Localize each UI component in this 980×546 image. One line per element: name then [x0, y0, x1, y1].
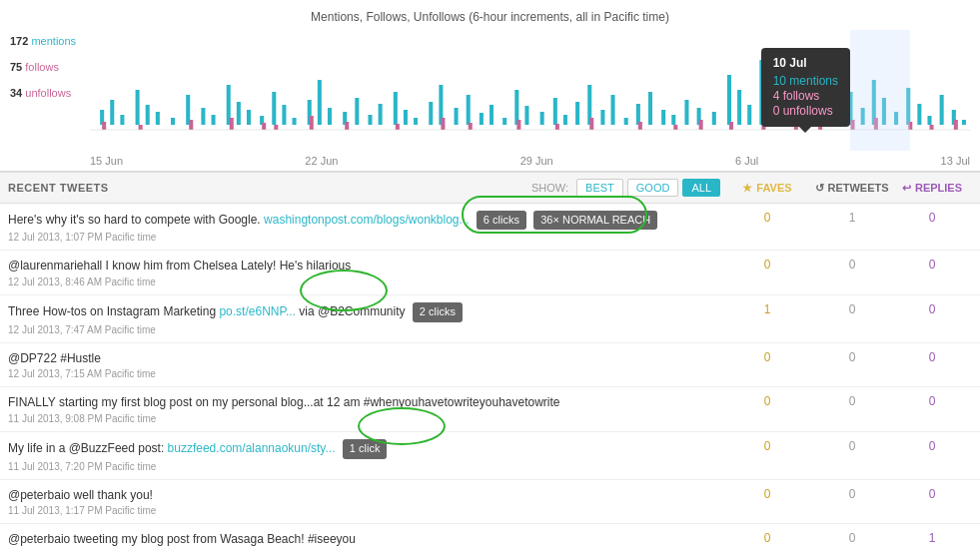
tweet-replies: 0: [892, 302, 972, 316]
tweet-faves: 1: [722, 302, 812, 316]
show-label: SHOW:: [531, 182, 568, 194]
tweet-time: 12 Jul 2013, 1:07 PM Pacific time: [8, 232, 722, 243]
svg-rect-87: [940, 95, 944, 125]
svg-rect-15: [282, 105, 286, 125]
follows-label: 75 follows: [10, 61, 90, 73]
tweet-text: @peterbaio well thank you!: [8, 487, 722, 504]
click-badge: 6 clicks: [477, 211, 526, 230]
tweet-rts: 0: [812, 258, 892, 272]
tweet-row: FINALLY starting my first blog post on m…: [0, 387, 980, 432]
svg-rect-60: [441, 118, 445, 130]
tooltip-date: 10 Jul: [773, 56, 838, 70]
tooltip-unfollows: 0 unfollows: [773, 104, 838, 118]
svg-rect-47: [671, 115, 675, 125]
svg-rect-69: [737, 90, 741, 125]
xaxis-label-5: 13 Jul: [941, 155, 970, 167]
svg-rect-18: [318, 80, 322, 125]
tweet-rts: 0: [812, 439, 892, 453]
tweet-link[interactable]: po.st/e6NNP...: [219, 304, 296, 318]
retweet-icon: ↺: [815, 182, 824, 194]
svg-rect-66: [673, 125, 677, 130]
svg-rect-12: [247, 110, 251, 125]
tweet-text-before: @laurenmariehall I know him from Chelsea…: [8, 259, 351, 273]
tweet-text-before: FINALLY starting my first blog post on m…: [8, 395, 560, 409]
chart-title: Mentions, Follows, Unfollows (6-hour inc…: [10, 10, 970, 24]
svg-rect-41: [600, 110, 604, 125]
table-header: RECENT TWEETS SHOW: BEST GOOD ALL ★ FAVE…: [0, 172, 980, 204]
svg-rect-3: [136, 90, 140, 125]
tweet-rts: 0: [812, 487, 892, 501]
svg-rect-52: [139, 125, 143, 130]
svg-rect-70: [747, 105, 751, 125]
xaxis-label-1: 15 Jun: [90, 155, 123, 167]
tweet-content: @peterbaio well thank you! 11 Jul 2013, …: [8, 487, 722, 517]
tweet-time: 11 Jul 2013, 1:17 PM Pacific time: [8, 505, 722, 516]
tweet-faves: 0: [722, 439, 812, 453]
svg-rect-36: [540, 112, 544, 125]
tweet-text-before: @peterbaio well thank you!: [8, 488, 153, 502]
svg-rect-26: [414, 118, 418, 125]
filter-all-button[interactable]: ALL: [682, 179, 720, 197]
svg-rect-4: [146, 105, 150, 125]
svg-rect-83: [894, 112, 898, 125]
xaxis-label-3: 29 Jun: [520, 155, 553, 167]
svg-rect-14: [272, 92, 276, 125]
svg-rect-16: [293, 118, 297, 125]
svg-rect-11: [237, 102, 241, 125]
tweet-row: My life in a @BuzzFeed post: buzzfeed.co…: [0, 432, 980, 479]
tweets-list: Here's why it's so hard to compete with …: [0, 204, 980, 546]
svg-rect-96: [908, 122, 912, 130]
svg-rect-32: [490, 105, 493, 125]
svg-rect-62: [516, 120, 520, 130]
click-badge: 2 clicks: [413, 302, 463, 321]
svg-rect-37: [553, 98, 557, 125]
svg-rect-22: [368, 115, 372, 125]
svg-rect-84: [906, 88, 910, 125]
filter-good-button[interactable]: GOOD: [627, 179, 679, 197]
tooltip-mentions: 10 mentions: [773, 74, 838, 88]
filter-best-button[interactable]: BEST: [576, 179, 623, 197]
xaxis-label-4: 6 Jul: [735, 155, 758, 167]
tweet-rts: 0: [812, 531, 892, 545]
tweet-faves: 0: [722, 350, 812, 364]
tweet-replies: 1: [892, 531, 972, 545]
svg-rect-80: [861, 108, 865, 125]
svg-rect-90: [729, 122, 733, 130]
tweet-faves: 0: [722, 531, 812, 545]
tweet-replies: 0: [892, 211, 972, 225]
svg-rect-44: [636, 104, 640, 125]
tweet-faves: 0: [722, 487, 812, 501]
svg-rect-65: [638, 122, 642, 130]
tweet-text: FINALLY starting my first blog post on m…: [8, 394, 722, 411]
click-badge: 1 click: [343, 439, 388, 458]
tweet-time: 11 Jul 2013, 9:08 PM Pacific time: [8, 413, 722, 424]
tweet-replies: 0: [892, 487, 972, 501]
tweet-link[interactable]: buzzfeed.com/alannaokun/sty...: [168, 441, 336, 455]
svg-rect-55: [262, 123, 266, 130]
svg-rect-24: [394, 92, 398, 125]
tweet-text: Here's why it's so hard to compete with …: [8, 211, 722, 230]
tweet-rts: 0: [812, 350, 892, 364]
tweet-content: @laurenmariehall I know him from Chelsea…: [8, 258, 722, 287]
reply-icon: ↩: [902, 182, 911, 195]
col-faves-header: ★ FAVES: [722, 182, 812, 195]
tweet-link[interactable]: washingtonpost.com/blogs/wonkblog...: [264, 213, 469, 227]
svg-rect-8: [201, 108, 205, 125]
svg-rect-39: [575, 102, 579, 125]
svg-rect-53: [189, 120, 193, 130]
tweet-text: @laurenmariehall I know him from Chelsea…: [8, 258, 722, 274]
xaxis-label-2: 22 Jun: [305, 155, 338, 167]
svg-rect-35: [524, 106, 528, 125]
svg-rect-89: [962, 120, 966, 125]
svg-rect-46: [661, 110, 665, 125]
svg-rect-58: [345, 122, 349, 130]
svg-rect-63: [555, 124, 559, 130]
svg-rect-43: [624, 118, 628, 125]
chart-svg: 10 Jul 10 mentions 4 follows 0 unfollows: [90, 30, 970, 153]
svg-rect-25: [404, 110, 408, 125]
tweet-row: Three How-tos on Instagram Marketing po.…: [0, 295, 980, 342]
tweet-row: @laurenmariehall I know him from Chelsea…: [0, 251, 980, 295]
col-replies-header: ↩ REPLIES: [892, 182, 972, 195]
svg-rect-51: [102, 122, 106, 130]
tweet-replies: 0: [892, 350, 972, 364]
